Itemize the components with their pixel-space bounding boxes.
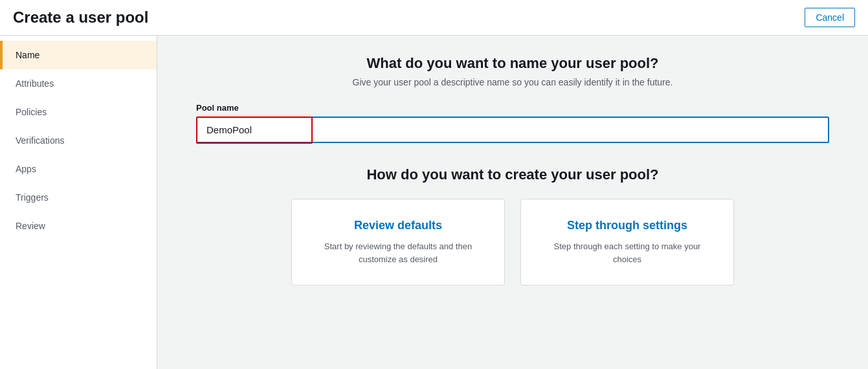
option-card-step-through-settings[interactable]: Step through settingsStep through each s…	[520, 199, 734, 285]
cancel-button[interactable]: Cancel	[805, 8, 855, 27]
sidebar: NameAttributesPoliciesVerificationsAppsT…	[0, 36, 157, 369]
pool-name-label: Pool name	[196, 103, 829, 113]
option-card-review-defaults[interactable]: Review defaultsStart by reviewing the de…	[291, 199, 505, 285]
page-header: Create a user pool Cancel	[0, 0, 868, 36]
option-card-title-review-defaults: Review defaults	[318, 219, 478, 232]
pool-name-input[interactable]	[196, 117, 829, 143]
main-layout: NameAttributesPoliciesVerificationsAppsT…	[0, 36, 868, 369]
sidebar-item-apps[interactable]: Apps	[0, 155, 157, 183]
options-row: Review defaultsStart by reviewing the de…	[196, 199, 829, 285]
sidebar-item-name[interactable]: Name	[0, 41, 157, 69]
sidebar-item-triggers[interactable]: Triggers	[0, 183, 157, 212]
option-card-title-step-through-settings: Step through settings	[547, 219, 707, 232]
sidebar-item-verifications[interactable]: Verifications	[0, 126, 157, 155]
sidebar-item-policies[interactable]: Policies	[0, 98, 157, 126]
option-card-desc-review-defaults: Start by reviewing the defaults and then…	[318, 240, 478, 265]
sidebar-item-review[interactable]: Review	[0, 212, 157, 240]
pool-name-section-subtitle: Give your user pool a descriptive name s…	[196, 77, 829, 87]
pool-name-section-title: What do you want to name your user pool?	[196, 55, 829, 72]
sidebar-item-attributes[interactable]: Attributes	[0, 69, 157, 98]
create-section-title: How do you want to create your user pool…	[196, 166, 829, 183]
option-card-desc-step-through-settings: Step through each setting to make your c…	[547, 240, 707, 265]
main-content: What do you want to name your user pool?…	[157, 36, 868, 369]
page-title: Create a user pool	[13, 8, 148, 27]
pool-name-wrapper: Pool name	[196, 103, 829, 143]
